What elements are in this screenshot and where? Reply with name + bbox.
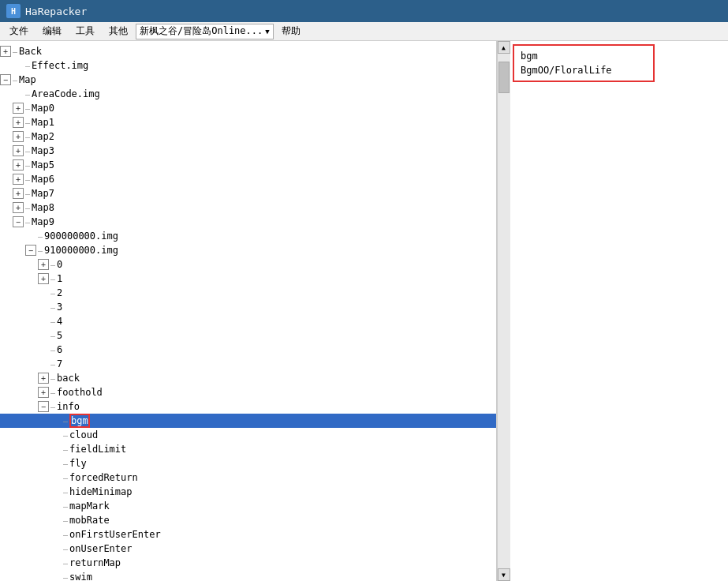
menu-file[interactable]: 文件	[3, 23, 35, 39]
tree-node-hideMinimap[interactable]: —hideMinimap	[0, 485, 496, 499]
expand-btn-img910[interactable]: −	[25, 245, 36, 256]
expand-btn-n1[interactable]: +	[38, 273, 49, 284]
value-content: BgmOO/FloralLife	[517, 63, 650, 77]
tree-connector-map1: —	[25, 118, 30, 127]
tree-node-map9[interactable]: −—Map9	[0, 215, 496, 229]
tree-node-img900[interactable]: —900000000.img	[0, 229, 496, 243]
node-label-img900: 900000000.img	[44, 231, 118, 242]
tree-node-map2[interactable]: +—Map2	[0, 129, 496, 144]
tree-connector-swim: —	[63, 573, 68, 582]
tree-node-img910[interactable]: −—910000000.img	[0, 243, 496, 257]
title-bar: H HaRepacker	[0, 0, 728, 22]
tree-connector-map8: —	[25, 204, 30, 212]
tree-node-map0[interactable]: +—Map0	[0, 101, 496, 115]
tree-node-mapMark[interactable]: —mapMark	[0, 499, 496, 513]
expand-placeholder-effect	[13, 60, 24, 71]
node-label-n4: 4	[57, 316, 62, 327]
tree-node-map8[interactable]: +—Map8	[0, 201, 496, 215]
node-label-map2: Map2	[32, 131, 54, 142]
expand-btn-map2[interactable]: +	[13, 131, 24, 142]
expand-placeholder-hideMinimap	[50, 486, 62, 497]
tree-node-n7[interactable]: —7	[0, 357, 496, 371]
tree-node-onFirstUserEnter[interactable]: —onFirstUserEnter	[0, 527, 496, 542]
node-label-returnMap: returnMap	[69, 557, 121, 568]
tree-node-n6[interactable]: —6	[0, 343, 496, 357]
tree-node-swim[interactable]: —swim	[0, 570, 496, 581]
tree-connector-returnMap: —	[63, 559, 68, 568]
menu-help[interactable]: 帮助	[275, 23, 307, 39]
tree-connector-map2: —	[25, 133, 30, 141]
expand-btn-back[interactable]: +	[0, 46, 11, 57]
expand-placeholder-fieldLimit	[50, 444, 62, 455]
expand-btn-map3[interactable]: +	[13, 145, 24, 156]
node-label-mapMark: mapMark	[69, 500, 110, 512]
tree-node-n2[interactable]: —2	[0, 286, 496, 300]
expand-btn-map8[interactable]: +	[13, 202, 24, 213]
expand-btn-foothold[interactable]: +	[38, 387, 49, 398]
tree-node-map3[interactable]: +—Map3	[0, 144, 496, 158]
menu-tools[interactable]: 工具	[69, 23, 101, 39]
tree-node-mobRate[interactable]: —mobRate	[0, 513, 496, 527]
expand-btn-map7[interactable]: +	[13, 188, 24, 199]
tree-connector-map7: —	[25, 189, 30, 198]
scroll-up-btn[interactable]: ▲	[498, 41, 510, 54]
tree-connector-map: —	[13, 76, 17, 84]
tree-node-returnMap[interactable]: —returnMap	[0, 556, 496, 570]
tree-node-map1[interactable]: +—Map1	[0, 115, 496, 129]
node-label-map6: Map6	[32, 174, 54, 185]
tree-node-map7[interactable]: +—Map7	[0, 186, 496, 201]
tree-node-n4[interactable]: —4	[0, 314, 496, 328]
node-label-map3: Map3	[32, 145, 54, 156]
expand-btn-map5[interactable]: +	[13, 159, 24, 171]
tree-connector-fly: —	[63, 459, 68, 468]
expand-placeholder-mobRate	[50, 515, 62, 526]
expand-btn-map0[interactable]: +	[13, 103, 24, 114]
tree-connector-back: —	[13, 47, 17, 56]
tree-node-n0[interactable]: +—0	[0, 257, 496, 272]
node-label-hideMinimap: hideMinimap	[69, 486, 132, 497]
tree-panel[interactable]: +—Back—Effect.img−—Map—AreaCode.img+—Map…	[0, 41, 497, 581]
menu-other[interactable]: 其他	[103, 23, 134, 39]
tree-node-fieldLimit[interactable]: —fieldLimit	[0, 442, 496, 456]
node-label-mobRate: mobRate	[69, 515, 110, 526]
server-dropdown[interactable]: 新枫之谷/冒险岛Online... ▼	[136, 24, 274, 39]
scroll-thumb[interactable]	[498, 62, 510, 93]
tree-node-fly[interactable]: —fly	[0, 456, 496, 470]
tree-node-map6[interactable]: +—Map6	[0, 172, 496, 186]
tree-node-n1[interactable]: +—1	[0, 272, 496, 286]
tree-node-areacode[interactable]: —AreaCode.img	[0, 87, 496, 101]
expand-placeholder-cloud	[50, 429, 62, 440]
tree-node-back[interactable]: +—Back	[0, 44, 496, 58]
tree-connector-n5: —	[50, 332, 55, 340]
scroll-track[interactable]	[498, 54, 510, 568]
tree-connector-n2: —	[50, 289, 55, 298]
expand-placeholder-onUserEnter	[50, 543, 62, 554]
tree-node-cloud[interactable]: —cloud	[0, 428, 496, 442]
tree-connector-n3: —	[50, 303, 55, 312]
tree-node-effect[interactable]: —Effect.img	[0, 58, 496, 73]
node-label-swim: swim	[69, 572, 92, 581]
tree-node-info[interactable]: −—info	[0, 399, 496, 414]
tree-node-bgm[interactable]: —bgm	[0, 414, 496, 428]
expand-btn-map[interactable]: −	[0, 74, 11, 85]
expand-btn-info[interactable]: −	[38, 401, 49, 412]
expand-btn-map1[interactable]: +	[13, 117, 24, 128]
expand-placeholder-fly	[50, 458, 62, 469]
expand-btn-n0[interactable]: +	[38, 259, 49, 270]
tree-node-n3[interactable]: —3	[0, 300, 496, 314]
tree-node-n5[interactable]: —5	[0, 328, 496, 343]
tree-node-onUserEnter[interactable]: —onUserEnter	[0, 542, 496, 556]
tree-node-foothold[interactable]: +—foothold	[0, 385, 496, 399]
expand-btn-back2[interactable]: +	[38, 373, 49, 384]
expand-placeholder-swim	[50, 572, 62, 581]
expand-btn-map9[interactable]: −	[13, 216, 24, 227]
vertical-scrollbar[interactable]: ▲ ▼	[497, 41, 510, 581]
node-label-info: info	[57, 401, 80, 412]
tree-node-forcedReturn[interactable]: —forcedReturn	[0, 470, 496, 485]
tree-node-map5[interactable]: +—Map5	[0, 158, 496, 172]
menu-edit[interactable]: 编辑	[36, 23, 68, 39]
tree-node-map[interactable]: −—Map	[0, 73, 496, 87]
expand-btn-map6[interactable]: +	[13, 174, 24, 185]
scroll-down-btn[interactable]: ▼	[498, 568, 510, 581]
tree-node-back2[interactable]: +—back	[0, 371, 496, 385]
